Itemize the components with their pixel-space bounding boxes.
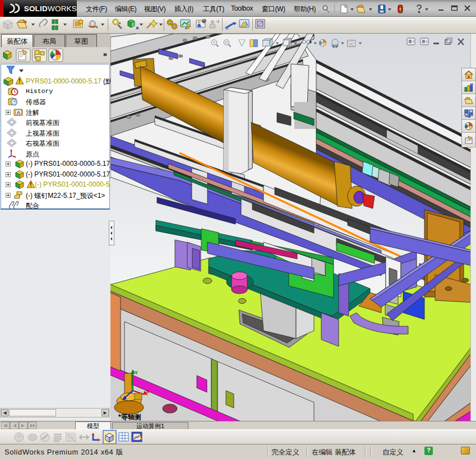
svg-text:!: ! [30,182,31,188]
svg-text:!: ! [19,78,20,84]
svg-text:A: A [17,110,21,115]
